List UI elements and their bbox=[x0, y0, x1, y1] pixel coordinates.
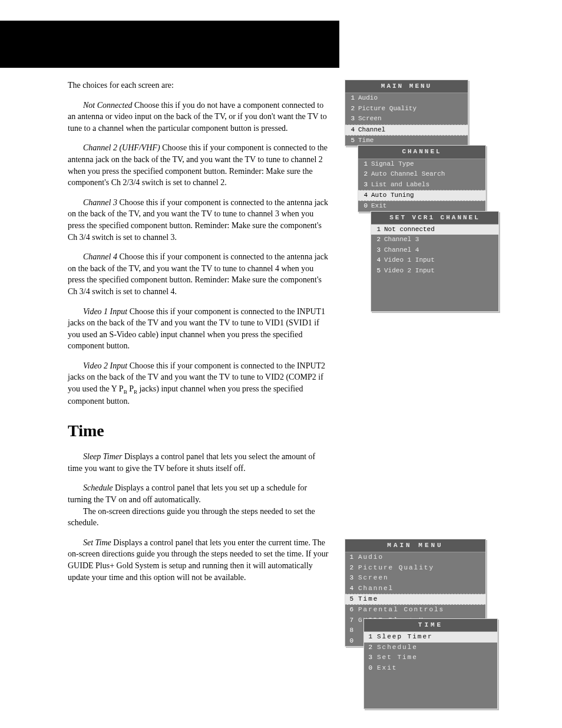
term-schedule: Schedule bbox=[83, 483, 113, 492]
osd-vcr-not-connected[interactable]: 1Not connected bbox=[371, 225, 498, 235]
osd2-main-audio[interactable]: 1Audio bbox=[345, 552, 485, 562]
term-video-1: Video 1 Input bbox=[83, 307, 127, 316]
option-channel-4: Channel 4 Choose this if your component … bbox=[68, 251, 330, 297]
osd2-main-time[interactable]: 5Time bbox=[345, 594, 485, 605]
osd2-main-menu-title: MAIN MENU bbox=[345, 539, 485, 552]
osd-main-item-audio[interactable]: 1Audio bbox=[345, 93, 468, 103]
term-channel-4: Channel 4 bbox=[83, 252, 117, 261]
term-channel-3: Channel 3 bbox=[83, 198, 117, 207]
option-video-1: Video 1 Input Choose this if your compon… bbox=[68, 306, 330, 352]
osd-main-item-channel[interactable]: 4Channel bbox=[345, 125, 468, 136]
osd2-main-parental[interactable]: 6Parental Controls bbox=[345, 605, 485, 615]
osd-ch-list[interactable]: 3List and Labels bbox=[358, 180, 485, 190]
option-set-time: Set Time Displays a control panel that l… bbox=[68, 537, 330, 583]
osd-channel-wrap: CHANNEL 1Signal Type 2Auto Channel Searc… bbox=[358, 145, 508, 312]
time-heading: Time bbox=[68, 419, 330, 442]
osd-channel-panel: CHANNEL 1Signal Type 2Auto Channel Searc… bbox=[358, 145, 486, 212]
term-video-2: Video 2 Input bbox=[83, 361, 127, 370]
option-video-2: Video 2 Input Choose this if your compon… bbox=[68, 360, 330, 407]
osd2-main-channel[interactable]: 4Channel bbox=[345, 584, 485, 594]
osd-column: MAIN MENU 1Audio 2Picture Quality 3Scree… bbox=[345, 80, 508, 728]
osd2-main-screen[interactable]: 3Screen bbox=[345, 573, 485, 583]
option-schedule: Schedule Displays a control panel that l… bbox=[68, 482, 330, 505]
schedule-text-2: The on-screen directions guide you throu… bbox=[68, 506, 330, 529]
osd-vcr-title: SET VCR1 CHANNEL bbox=[371, 212, 498, 225]
osd2-time-schedule[interactable]: 2Schedule bbox=[364, 643, 497, 653]
body-text-column: The choices for each screen are: Not Con… bbox=[68, 80, 330, 728]
osd-main-item-picture[interactable]: 2Picture Quality bbox=[345, 104, 468, 114]
option-not-connected: Not Connected Choose this if you do not … bbox=[68, 100, 330, 134]
page-header-bar bbox=[0, 21, 339, 68]
osd-vcr-ch3[interactable]: 2Channel 3 bbox=[371, 235, 498, 245]
term-set-time: Set Time bbox=[83, 538, 111, 547]
osd-main-item-time[interactable]: 5Time bbox=[345, 136, 468, 146]
osd-channel-title: CHANNEL bbox=[358, 146, 485, 159]
term-channel-2: Channel 2 (UHF/VHF) bbox=[83, 143, 160, 152]
term-not-connected: Not Connected bbox=[83, 101, 133, 110]
osd2-time-settime[interactable]: 3Set Time bbox=[364, 653, 497, 663]
osd2-main-picture[interactable]: 2Picture Quality bbox=[345, 563, 485, 573]
osd2-time-sleep[interactable]: 1Sleep Timer bbox=[364, 632, 497, 642]
osd-vcr-wrap: SET VCR1 CHANNEL 1Not connected 2Channel… bbox=[371, 211, 508, 312]
osd2-time-exit[interactable]: 0Exit bbox=[364, 663, 497, 673]
osd-ch-exit[interactable]: 0Exit bbox=[358, 201, 485, 211]
osd-ch-auto-search[interactable]: 2Auto Channel Search bbox=[358, 169, 485, 179]
osd-main-channel-vcr: MAIN MENU 1Audio 2Picture Quality 3Scree… bbox=[345, 80, 508, 312]
term-sleep-timer: Sleep Timer bbox=[83, 452, 123, 461]
osd-ch-auto-tuning[interactable]: 4Auto Tuning bbox=[358, 190, 485, 201]
osd-vcr-vid1[interactable]: 4Video 1 Input bbox=[371, 255, 498, 265]
osd2-time-title: TIME bbox=[364, 619, 497, 632]
osd2-time-wrap: TIME 1Sleep Timer 2Schedule 3Set Time 0E… bbox=[363, 618, 508, 709]
osd-vcr-ch4[interactable]: 3Channel 4 bbox=[371, 245, 498, 255]
osd-main-time: MAIN MENU 1Audio 2Picture Quality 3Scree… bbox=[345, 539, 508, 709]
osd-main-menu-title: MAIN MENU bbox=[345, 80, 468, 93]
option-channel-2: Channel 2 (UHF/VHF) Choose this if your … bbox=[68, 142, 330, 188]
option-sleep-timer: Sleep Timer Displays a control panel tha… bbox=[68, 451, 330, 474]
option-channel-3: Channel 3 Choose this if your component … bbox=[68, 197, 330, 243]
osd-main-menu-panel: MAIN MENU 1Audio 2Picture Quality 3Scree… bbox=[345, 80, 468, 146]
intro-text: The choices for each screen are: bbox=[68, 80, 330, 91]
osd-main-item-screen[interactable]: 3Screen bbox=[345, 114, 468, 124]
osd-vcr-vid2[interactable]: 5Video 2 Input bbox=[371, 266, 498, 276]
osd2-time-panel: TIME 1Sleep Timer 2Schedule 3Set Time 0E… bbox=[363, 618, 498, 709]
osd-vcr-panel: SET VCR1 CHANNEL 1Not connected 2Channel… bbox=[371, 211, 499, 312]
osd-ch-signal[interactable]: 1Signal Type bbox=[358, 159, 485, 169]
